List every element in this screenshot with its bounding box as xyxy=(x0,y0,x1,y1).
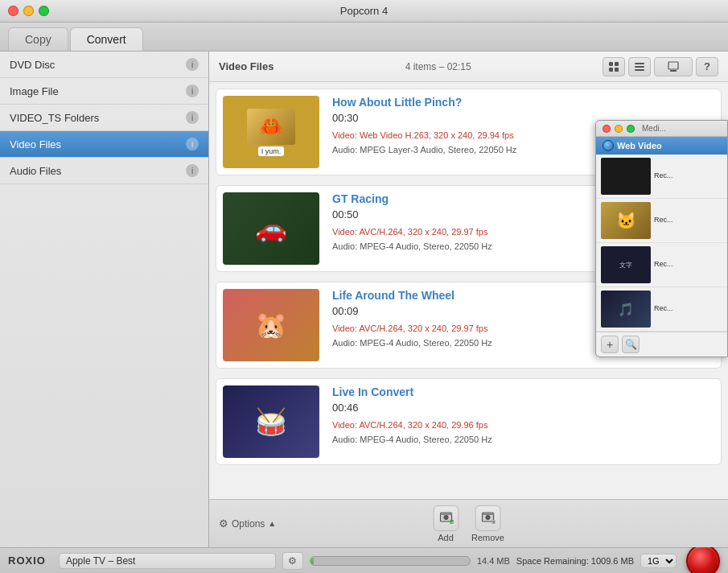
remove-icon xyxy=(475,505,501,531)
progress-bar-container xyxy=(310,556,471,566)
panel-meta: 4 items – 02:15 xyxy=(405,61,471,72)
rp-minimize-button[interactable] xyxy=(615,125,623,133)
progress-bar-fill xyxy=(311,557,314,565)
minimize-button[interactable] xyxy=(23,6,34,16)
right-panel-title: Web Video xyxy=(617,141,662,150)
video-thumb-4: 🥁 xyxy=(223,385,319,458)
expand-icon: ▲ xyxy=(268,519,276,528)
sidebar-item-dvd-disc[interactable]: DVD Disc i xyxy=(0,52,208,78)
sidebar: DVD Disc i Image File i VIDEO_TS Folders… xyxy=(0,52,209,547)
rp-add-button[interactable]: + xyxy=(601,336,619,353)
rp-thumb-4: 🎵 xyxy=(601,291,651,328)
info-icon-audio: i xyxy=(186,164,199,177)
video-duration-4: 00:46 xyxy=(332,402,714,414)
space-remaining: Space Remaining: 1009.6 MB xyxy=(516,556,634,566)
rp-thumb-1 xyxy=(601,158,651,195)
rp-item-4[interactable]: 🎵 Rec... xyxy=(596,287,727,332)
rp-close-button[interactable] xyxy=(603,125,611,133)
app-container: Copy Convert DVD Disc i Image File i VID… xyxy=(0,23,728,573)
window-title: Popcorn 4 xyxy=(340,5,388,17)
svg-rect-5 xyxy=(635,66,644,68)
video-thumb-3: 🐹 xyxy=(223,289,319,361)
info-icon-video: i xyxy=(186,138,199,150)
info-icon-videots: i xyxy=(186,111,199,124)
rp-item-2[interactable]: 🐱 Rec... xyxy=(596,199,727,243)
svg-text:+: + xyxy=(450,519,453,524)
sidebar-item-video-files[interactable]: Video Files i xyxy=(0,131,208,158)
svg-rect-18 xyxy=(493,521,496,522)
rp-label-2: Rec... xyxy=(654,216,673,225)
svg-rect-4 xyxy=(635,63,644,64)
options-label: Options xyxy=(232,518,265,530)
video-title-4: Live In Convert xyxy=(332,385,714,398)
video-thumb-2: 🚗 xyxy=(223,192,319,265)
video-item-4[interactable]: 🥁 Live In Convert 00:46 Video: AVC/H.264… xyxy=(216,378,722,465)
rp-thumb-3: 文字 xyxy=(601,246,651,283)
remove-button[interactable]: Remove xyxy=(471,505,504,542)
rp-label-3: Rec... xyxy=(654,260,673,270)
gear-settings-button[interactable]: ⚙ xyxy=(282,552,303,570)
svg-rect-6 xyxy=(635,69,644,71)
globe-icon xyxy=(603,140,614,151)
tab-copy[interactable]: Copy xyxy=(8,27,68,51)
content-area: DVD Disc i Image File i VIDEO_TS Folders… xyxy=(0,52,728,547)
roxio-logo: ROXIO xyxy=(8,554,46,567)
sidebar-item-video-ts[interactable]: VIDEO_TS Folders i xyxy=(0,105,208,131)
capacity-selector[interactable]: 1G xyxy=(640,554,677,568)
options-button[interactable]: ⚙ Options ▲ xyxy=(219,517,276,530)
preset-selector[interactable]: Apple TV – Best xyxy=(59,553,276,569)
title-bar: Popcorn 4 xyxy=(0,0,728,23)
tab-convert[interactable]: Convert xyxy=(70,27,143,51)
remove-label: Remove xyxy=(471,533,504,542)
rp-label-4: Rec... xyxy=(654,304,673,314)
svg-rect-1 xyxy=(615,62,619,66)
media-browser-button[interactable] xyxy=(654,57,693,76)
rp-maximize-button[interactable] xyxy=(627,125,635,133)
right-panel: Medi... Web Video Rec... 🐱 xyxy=(595,120,728,357)
svg-point-11 xyxy=(443,515,448,520)
rp-bottom-bar: + 🔍 xyxy=(596,332,727,357)
svg-rect-3 xyxy=(615,68,619,72)
help-button[interactable]: ? xyxy=(696,57,718,76)
list-view-button[interactable] xyxy=(628,57,651,76)
panel-toolbar: ? xyxy=(603,57,718,76)
status-bar: ROXIO Apple TV – Best ⚙ 14.4 MB Space Re… xyxy=(0,547,728,573)
rp-label-1: Rec... xyxy=(654,171,673,181)
svg-rect-15 xyxy=(483,513,494,515)
add-icon: + xyxy=(433,505,459,531)
rp-item-3[interactable]: 文字 Rec... xyxy=(596,243,727,287)
svg-rect-10 xyxy=(440,513,451,515)
add-label: Add xyxy=(438,533,454,542)
sidebar-item-audio-files[interactable]: Audio Files i xyxy=(0,158,208,184)
burn-button[interactable] xyxy=(686,544,720,574)
svg-rect-7 xyxy=(668,62,678,69)
add-button[interactable]: + Add xyxy=(433,505,459,542)
video-title-1: How About Little Pinch? xyxy=(332,96,714,109)
svg-rect-0 xyxy=(609,62,613,66)
file-size: 14.4 MB xyxy=(477,556,510,566)
close-button[interactable] xyxy=(8,6,19,16)
video-info-4: Live In Convert 00:46 Video: AVC/H.264, … xyxy=(332,385,714,447)
svg-rect-2 xyxy=(609,68,613,72)
right-panel-title-bar: Medi... xyxy=(596,121,727,137)
right-panel-header: Web Video xyxy=(596,137,727,155)
right-panel-items: Rec... 🐱 Rec... 文字 Rec... xyxy=(596,155,727,332)
rp-item-1[interactable]: Rec... xyxy=(596,155,727,199)
video-thumb-1: 🦀 I yum. xyxy=(223,96,319,168)
svg-point-16 xyxy=(486,515,491,520)
panel-header: Video Files 4 items – 02:15 xyxy=(209,52,728,82)
rp-search-button[interactable]: 🔍 xyxy=(622,336,640,353)
svg-rect-8 xyxy=(670,70,677,72)
panel-title: Video Files xyxy=(219,60,274,72)
sidebar-item-image-file[interactable]: Image File i xyxy=(0,78,208,105)
bottom-toolbar: ⚙ Options ▲ + xyxy=(209,499,728,547)
info-icon-image: i xyxy=(186,85,199,97)
info-icon-dvd: i xyxy=(186,58,199,71)
gear-icon: ⚙ xyxy=(219,517,228,530)
top-tabs: Copy Convert xyxy=(0,23,728,52)
video-specs-4: Video: AVC/H.264, 320 x 240, 29.96 fps A… xyxy=(332,418,714,447)
maximize-button[interactable] xyxy=(39,6,49,16)
title-bar-buttons xyxy=(8,6,49,16)
rp-thumb-2: 🐱 xyxy=(601,202,651,239)
grid-view-button[interactable] xyxy=(603,57,625,76)
